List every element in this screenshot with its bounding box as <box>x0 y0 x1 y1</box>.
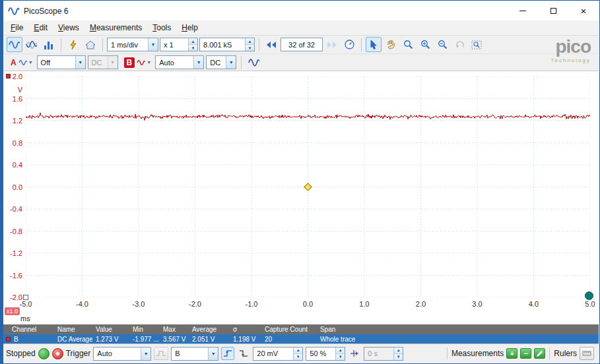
math-channels-button[interactable] <box>246 55 262 70</box>
pan-tool-button[interactable] <box>383 37 399 52</box>
spinner-arrows-icon[interactable]: ▲▼ <box>293 348 302 360</box>
measurements-label: Measurements <box>451 349 504 358</box>
rulers-label: Rulers <box>554 349 577 358</box>
channel-b-wave-icon <box>137 59 145 66</box>
auto-setup-button[interactable] <box>65 37 81 52</box>
table-header-cell[interactable]: Span <box>317 326 599 333</box>
buffer-position-value: 32 of 32 <box>288 41 315 49</box>
trigger-level-spinner[interactable]: 20 mV ▲▼ <box>253 347 303 361</box>
chevron-down-icon: ▼ <box>226 56 236 69</box>
zoom-overview-button[interactable] <box>469 37 484 52</box>
table-header-cell[interactable]: Average <box>189 326 230 333</box>
add-measurement-button[interactable]: + <box>506 348 517 359</box>
channel-a-coupling-select[interactable]: DC ▼ <box>88 55 118 69</box>
advanced-trigger-button[interactable] <box>154 347 168 360</box>
delete-measurement-button[interactable]: − <box>520 348 531 359</box>
table-header-cell[interactable]: Value <box>92 326 129 333</box>
menu-item-edit[interactable]: Edit <box>28 21 53 34</box>
pointer-tool-button[interactable] <box>366 37 382 52</box>
table-header-cell[interactable]: Name <box>54 326 92 333</box>
channel-a-menu-button[interactable]: A ▼ <box>7 55 35 70</box>
channel-a-range-select[interactable]: Off ▼ <box>37 55 86 69</box>
rulers-button[interactable] <box>580 347 594 360</box>
table-cell-channel: B <box>1 336 54 343</box>
table-header-cell[interactable]: Channel <box>1 326 54 333</box>
zoom-in-button[interactable] <box>417 37 433 52</box>
close-button[interactable]: × <box>568 1 599 20</box>
x-axis-label: -4.0 <box>73 300 92 308</box>
buffer-overview-button[interactable] <box>341 37 357 52</box>
maximize-button[interactable] <box>538 1 568 20</box>
falling-edge-button[interactable] <box>237 347 250 360</box>
trigger-delay-spinner[interactable]: 0 s ▲▼ <box>364 347 403 361</box>
pre-trigger-spinner[interactable]: 50 % ▲▼ <box>306 347 345 361</box>
minimize-button[interactable] <box>508 1 538 20</box>
buffer-position-field[interactable]: 32 of 32 <box>281 38 323 51</box>
channel-b-coupling-select[interactable]: DC ▼ <box>206 55 236 69</box>
trigger-source-select[interactable]: B ▼ <box>171 347 218 361</box>
menu-item-tools[interactable]: Tools <box>147 21 176 34</box>
chevron-down-icon: ▼ <box>208 348 218 360</box>
pointer-icon <box>370 40 378 49</box>
previous-buffer-icon <box>266 41 277 49</box>
axis-corner-handle[interactable] <box>23 295 28 300</box>
home-button[interactable] <box>83 37 98 52</box>
titlebar[interactable]: PicoScope 6 × <box>1 1 599 20</box>
marquee-zoom-button[interactable] <box>400 37 416 52</box>
channel-b-coupling-value: DC <box>207 56 226 69</box>
table-header-cell[interactable]: Capture Count <box>261 326 317 333</box>
zoom-factor-spinner[interactable]: x 1 ▲▼ <box>160 38 198 51</box>
measurements-header: ChannelNameValueMinMaxAverageσCapture Co… <box>1 324 599 334</box>
edit-measurement-button[interactable] <box>534 348 545 359</box>
trigger-level-value: 20 mV <box>253 348 293 360</box>
falling-edge-icon <box>239 349 248 357</box>
zoom-overview-icon <box>471 40 482 49</box>
add-icon: + <box>510 350 514 357</box>
previous-buffer-button[interactable] <box>263 37 279 52</box>
auto-setup-icon <box>69 40 78 50</box>
channel-a-coupling-value: DC <box>88 56 108 69</box>
start-capture-button[interactable] <box>38 348 50 359</box>
rising-edge-button[interactable] <box>221 347 234 360</box>
pico-logo-text: pico <box>551 38 591 56</box>
x-axis-end-marker[interactable] <box>585 291 593 300</box>
spectrum-mode-button[interactable] <box>41 37 57 52</box>
x-axis[interactable]: -5.0-4.0-3.0-2.0-1.00.01.02.03.04.05.0 <box>1 71 599 324</box>
menu-item-views[interactable]: Views <box>53 21 84 34</box>
trigger-mode-select[interactable]: Auto ▼ <box>93 347 151 361</box>
measurement-row[interactable]: BDC Average1.273 V-1.977 ...3.567 V2.051… <box>1 334 599 344</box>
zoom-out-button[interactable] <box>434 37 450 52</box>
maximize-icon <box>550 8 556 14</box>
table-header-cell[interactable]: Min <box>129 326 160 333</box>
next-buffer-button[interactable] <box>324 37 340 52</box>
app-window: PicoScope 6 × FileEditViewsMeasurementsT… <box>0 0 600 364</box>
menu-item-measurements[interactable]: Measurements <box>84 21 147 34</box>
table-cell-min: -1.977 ... <box>129 336 160 343</box>
pre-trigger-mode-button[interactable] <box>348 347 361 360</box>
spinner-arrows-icon[interactable]: ▲▼ <box>245 38 254 51</box>
undo-zoom-icon <box>455 40 465 49</box>
stop-capture-button[interactable] <box>52 348 63 359</box>
trigger-mode-value: Auto <box>94 348 141 360</box>
table-header-cell[interactable]: Max <box>160 326 189 333</box>
spinner-arrows-icon[interactable]: ▲▼ <box>188 38 197 51</box>
channel-a-range-value: Off <box>38 56 75 69</box>
menu-item-help[interactable]: Help <box>176 21 203 34</box>
channel-a-label: A <box>11 58 17 67</box>
chevron-down-icon: ▼ <box>108 56 117 69</box>
undo-zoom-button[interactable] <box>451 37 467 52</box>
table-cell-name: DC Average <box>54 336 92 343</box>
marquee-zoom-icon <box>403 40 413 49</box>
samples-spinner[interactable]: 8.001 kS ▲▼ <box>199 38 255 51</box>
scope-mode-icon <box>9 40 20 49</box>
channel-b-menu-button[interactable]: B ▼ <box>120 55 154 70</box>
toolbar-separator <box>102 38 103 51</box>
menu-item-file[interactable]: File <box>5 21 28 34</box>
table-header-cell[interactable]: σ <box>230 326 261 333</box>
channel-b-range-select[interactable]: Auto ▼ <box>155 55 204 69</box>
spinner-arrows-icon[interactable]: ▲▼ <box>335 348 345 360</box>
scope-mode-button[interactable] <box>7 37 22 52</box>
timebase-select[interactable]: 1 ms/div ▼ <box>107 38 158 51</box>
persistence-mode-button[interactable] <box>24 37 40 52</box>
statusbar-separator <box>447 348 448 359</box>
